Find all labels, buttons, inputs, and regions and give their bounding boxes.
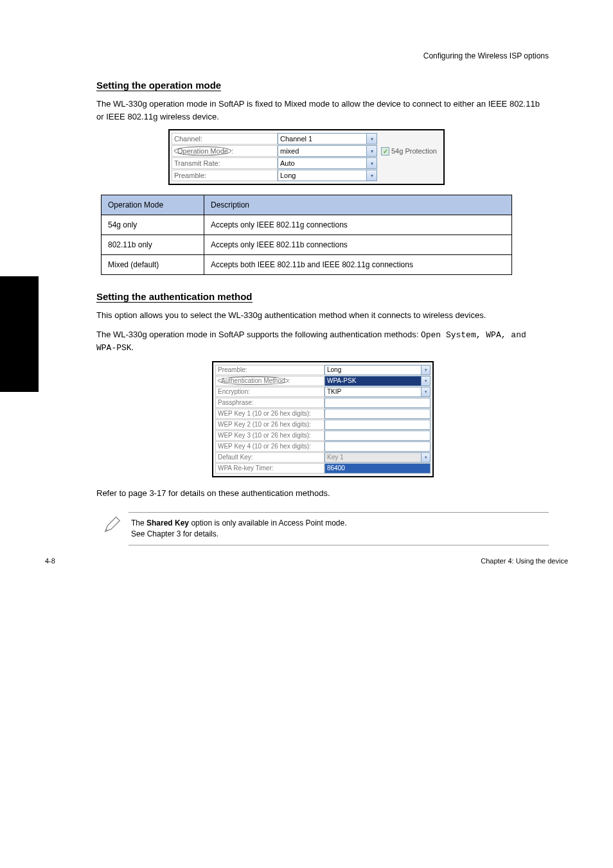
config-row: WEP Key 4 (10 or 26 hex digits):	[215, 441, 431, 452]
config-select: Key 1▾	[324, 452, 431, 463]
config-row: Authentication Method:WPA-PSK▾	[215, 376, 431, 386]
config-row: Default Key:Key 1▾	[215, 452, 431, 463]
table-row: 802.11b onlyAccepts only IEEE 802.11b co…	[102, 235, 512, 255]
heading-auth-method: Setting the authentication method	[96, 291, 253, 303]
table-cell: Accepts only IEEE 802.11g connections	[204, 215, 512, 235]
config-input[interactable]	[324, 441, 431, 452]
chevron-down-icon[interactable]: ▾	[366, 170, 377, 181]
config-label: Authentication Method:	[215, 376, 324, 386]
config-select[interactable]: Long▾	[278, 170, 377, 181]
chevron-down-icon[interactable]: ▾	[421, 366, 430, 375]
table-header: Description	[204, 195, 512, 215]
config-input[interactable]	[324, 420, 431, 430]
table-cell: Accepts only IEEE 802.11b connections	[204, 235, 512, 255]
table-cell: 54g only	[102, 215, 204, 235]
config-select[interactable]: TKIP▾	[324, 387, 431, 397]
paragraph-operation-mode: The WL-330g operation mode in SoftAP is …	[96, 98, 549, 123]
config-select[interactable]: Channel 1▾	[278, 133, 377, 145]
table-cell: 802.11b only	[102, 235, 204, 255]
paragraph-auth-method-2: The WL-330g operation mode in SoftAP sup…	[96, 328, 549, 355]
config-row: WEP Key 2 (10 or 26 hex digits):	[215, 420, 431, 430]
paragraph-auth-method-1: This option allows you to select the WL-…	[96, 309, 549, 322]
config-label: Channel:	[172, 133, 278, 145]
config-label: Encryption:	[215, 387, 324, 397]
side-tab	[0, 276, 39, 392]
config-row: Operation Mode:mixed▾✓54g Protection	[172, 145, 441, 157]
config-row: Preamble:Long▾	[215, 365, 431, 375]
config-label: WEP Key 2 (10 or 26 hex digits):	[215, 420, 324, 430]
config-input[interactable]: 86400	[324, 463, 431, 474]
config-select[interactable]: mixed▾	[278, 145, 377, 157]
refer-text: Refer to page 3-17 for details on these …	[96, 487, 549, 500]
config-row: Encryption:TKIP▾	[215, 387, 431, 397]
page-header: Configuring the Wireless ISP options	[96, 51, 549, 60]
table-row: Mixed (default)Accepts both IEEE 802.11b…	[102, 255, 512, 275]
config-row: Preamble:Long▾	[172, 170, 441, 181]
config-label: Preamble:	[172, 170, 278, 181]
config-label: Operation Mode:	[172, 145, 278, 157]
config-label: Passphrase:	[215, 398, 324, 408]
config-row: WPA Re-key Timer:86400	[215, 463, 431, 474]
chevron-down-icon[interactable]: ▾	[366, 146, 377, 156]
check-icon: ✓	[381, 147, 389, 155]
config-label: Transmit Rate:	[172, 157, 278, 169]
config-select[interactable]: WPA-PSK▾	[324, 376, 431, 386]
operation-mode-table: Operation Mode Description 54g onlyAccep…	[101, 195, 512, 275]
pencil-icon	[96, 512, 129, 545]
config-label: Default Key:	[215, 452, 324, 463]
screenshot-operation-mode: Channel:Channel 1▾Operation Mode:mixed▾✓…	[168, 129, 445, 185]
screenshot-auth-method: Preamble:Long▾Authentication Method:WPA-…	[212, 361, 434, 477]
config-row: WEP Key 1 (10 or 26 hex digits):	[215, 409, 431, 419]
config-row: Passphrase:	[215, 398, 431, 408]
chevron-down-icon[interactable]: ▾	[421, 376, 430, 385]
config-row: WEP Key 3 (10 or 26 hex digits):	[215, 430, 431, 441]
protection-checkbox[interactable]: ✓54g Protection	[381, 147, 437, 155]
config-select[interactable]: Auto▾	[278, 157, 377, 169]
chevron-down-icon: ▾	[421, 453, 430, 462]
chapter-label: Chapter 4: Using the device	[481, 557, 568, 565]
note-content: The Shared Key option is only available …	[129, 512, 549, 545]
config-input[interactable]	[324, 430, 431, 441]
config-row: Transmit Rate:Auto▾	[172, 157, 441, 169]
table-row: 54g onlyAccepts only IEEE 802.11g connec…	[102, 215, 512, 235]
table-cell: Accepts both IEEE 802.11b and IEEE 802.1…	[204, 255, 512, 275]
page-number: 4-8	[45, 557, 55, 565]
config-label: WEP Key 1 (10 or 26 hex digits):	[215, 409, 324, 419]
config-select[interactable]: Long▾	[324, 365, 431, 375]
config-input[interactable]	[324, 398, 431, 408]
page-footer: 4-8 Chapter 4: Using the device	[45, 557, 568, 565]
chevron-down-icon[interactable]: ▾	[366, 158, 377, 168]
config-label: WEP Key 4 (10 or 26 hex digits):	[215, 441, 324, 452]
chevron-down-icon[interactable]: ▾	[366, 134, 377, 144]
table-cell: Mixed (default)	[102, 255, 204, 275]
config-input[interactable]	[324, 409, 431, 419]
config-label: WPA Re-key Timer:	[215, 463, 324, 474]
checkbox-label: 54g Protection	[391, 147, 437, 155]
config-row: Channel:Channel 1▾	[172, 133, 441, 145]
note-box: The Shared Key option is only available …	[96, 512, 549, 545]
heading-operation-mode: Setting the operation mode	[96, 80, 221, 91]
config-label: Preamble:	[215, 365, 324, 375]
config-label: WEP Key 3 (10 or 26 hex digits):	[215, 430, 324, 441]
chevron-down-icon[interactable]: ▾	[421, 387, 430, 396]
table-header: Operation Mode	[102, 195, 204, 215]
